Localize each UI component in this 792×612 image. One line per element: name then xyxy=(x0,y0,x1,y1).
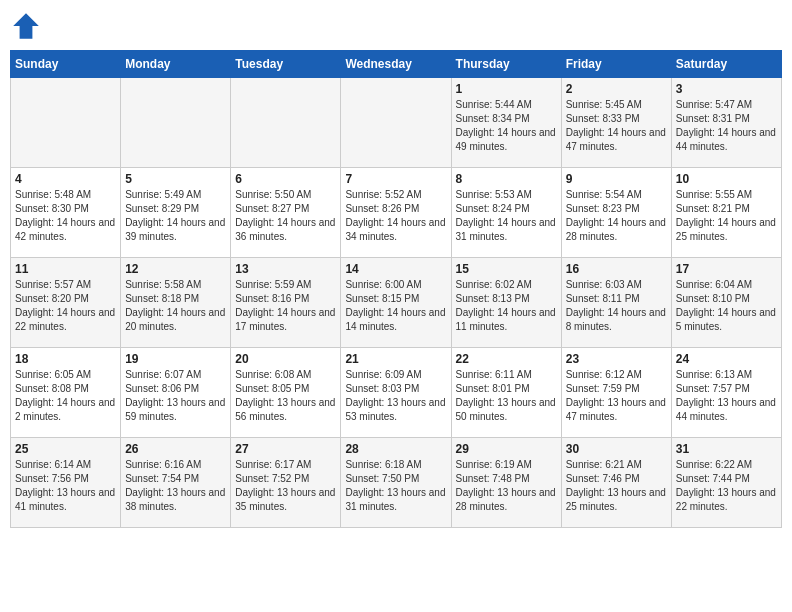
calendar-cell: 5Sunrise: 5:49 AM Sunset: 8:29 PM Daylig… xyxy=(121,168,231,258)
calendar-cell: 21Sunrise: 6:09 AM Sunset: 8:03 PM Dayli… xyxy=(341,348,451,438)
day-number: 24 xyxy=(676,352,777,366)
calendar-cell: 13Sunrise: 5:59 AM Sunset: 8:16 PM Dayli… xyxy=(231,258,341,348)
day-number: 13 xyxy=(235,262,336,276)
day-number: 25 xyxy=(15,442,116,456)
calendar-cell: 23Sunrise: 6:12 AM Sunset: 7:59 PM Dayli… xyxy=(561,348,671,438)
day-info: Sunrise: 5:57 AM Sunset: 8:20 PM Dayligh… xyxy=(15,278,116,334)
calendar-cell: 12Sunrise: 5:58 AM Sunset: 8:18 PM Dayli… xyxy=(121,258,231,348)
calendar-cell: 26Sunrise: 6:16 AM Sunset: 7:54 PM Dayli… xyxy=(121,438,231,528)
day-info: Sunrise: 5:50 AM Sunset: 8:27 PM Dayligh… xyxy=(235,188,336,244)
day-info: Sunrise: 6:02 AM Sunset: 8:13 PM Dayligh… xyxy=(456,278,557,334)
day-info: Sunrise: 6:11 AM Sunset: 8:01 PM Dayligh… xyxy=(456,368,557,424)
calendar-cell: 16Sunrise: 6:03 AM Sunset: 8:11 PM Dayli… xyxy=(561,258,671,348)
day-info: Sunrise: 6:04 AM Sunset: 8:10 PM Dayligh… xyxy=(676,278,777,334)
day-info: Sunrise: 5:45 AM Sunset: 8:33 PM Dayligh… xyxy=(566,98,667,154)
day-number: 5 xyxy=(125,172,226,186)
day-info: Sunrise: 6:18 AM Sunset: 7:50 PM Dayligh… xyxy=(345,458,446,514)
day-number: 28 xyxy=(345,442,446,456)
calendar-cell: 28Sunrise: 6:18 AM Sunset: 7:50 PM Dayli… xyxy=(341,438,451,528)
day-number: 22 xyxy=(456,352,557,366)
calendar-cell xyxy=(231,78,341,168)
day-info: Sunrise: 6:22 AM Sunset: 7:44 PM Dayligh… xyxy=(676,458,777,514)
calendar-cell: 30Sunrise: 6:21 AM Sunset: 7:46 PM Dayli… xyxy=(561,438,671,528)
calendar-cell: 15Sunrise: 6:02 AM Sunset: 8:13 PM Dayli… xyxy=(451,258,561,348)
calendar-cell: 6Sunrise: 5:50 AM Sunset: 8:27 PM Daylig… xyxy=(231,168,341,258)
calendar-cell xyxy=(11,78,121,168)
day-header-saturday: Saturday xyxy=(671,51,781,78)
day-header-thursday: Thursday xyxy=(451,51,561,78)
calendar-cell: 11Sunrise: 5:57 AM Sunset: 8:20 PM Dayli… xyxy=(11,258,121,348)
day-number: 19 xyxy=(125,352,226,366)
day-number: 30 xyxy=(566,442,667,456)
calendar-cell: 17Sunrise: 6:04 AM Sunset: 8:10 PM Dayli… xyxy=(671,258,781,348)
day-info: Sunrise: 5:58 AM Sunset: 8:18 PM Dayligh… xyxy=(125,278,226,334)
calendar-cell: 18Sunrise: 6:05 AM Sunset: 8:08 PM Dayli… xyxy=(11,348,121,438)
calendar-cell: 31Sunrise: 6:22 AM Sunset: 7:44 PM Dayli… xyxy=(671,438,781,528)
calendar-cell: 29Sunrise: 6:19 AM Sunset: 7:48 PM Dayli… xyxy=(451,438,561,528)
day-number: 14 xyxy=(345,262,446,276)
header-row: SundayMondayTuesdayWednesdayThursdayFrid… xyxy=(11,51,782,78)
day-info: Sunrise: 6:13 AM Sunset: 7:57 PM Dayligh… xyxy=(676,368,777,424)
day-info: Sunrise: 6:17 AM Sunset: 7:52 PM Dayligh… xyxy=(235,458,336,514)
day-number: 21 xyxy=(345,352,446,366)
calendar-cell xyxy=(121,78,231,168)
day-info: Sunrise: 6:09 AM Sunset: 8:03 PM Dayligh… xyxy=(345,368,446,424)
day-number: 7 xyxy=(345,172,446,186)
day-info: Sunrise: 5:47 AM Sunset: 8:31 PM Dayligh… xyxy=(676,98,777,154)
day-info: Sunrise: 5:52 AM Sunset: 8:26 PM Dayligh… xyxy=(345,188,446,244)
day-number: 1 xyxy=(456,82,557,96)
day-info: Sunrise: 6:21 AM Sunset: 7:46 PM Dayligh… xyxy=(566,458,667,514)
day-number: 9 xyxy=(566,172,667,186)
calendar-table: SundayMondayTuesdayWednesdayThursdayFrid… xyxy=(10,50,782,528)
day-number: 6 xyxy=(235,172,336,186)
week-row-3: 11Sunrise: 5:57 AM Sunset: 8:20 PM Dayli… xyxy=(11,258,782,348)
day-number: 27 xyxy=(235,442,336,456)
day-number: 2 xyxy=(566,82,667,96)
calendar-cell xyxy=(341,78,451,168)
day-header-tuesday: Tuesday xyxy=(231,51,341,78)
day-number: 12 xyxy=(125,262,226,276)
day-info: Sunrise: 6:03 AM Sunset: 8:11 PM Dayligh… xyxy=(566,278,667,334)
day-header-wednesday: Wednesday xyxy=(341,51,451,78)
logo-icon xyxy=(10,10,42,42)
day-header-monday: Monday xyxy=(121,51,231,78)
day-info: Sunrise: 5:49 AM Sunset: 8:29 PM Dayligh… xyxy=(125,188,226,244)
day-number: 29 xyxy=(456,442,557,456)
svg-marker-0 xyxy=(13,13,39,39)
day-info: Sunrise: 6:08 AM Sunset: 8:05 PM Dayligh… xyxy=(235,368,336,424)
week-row-5: 25Sunrise: 6:14 AM Sunset: 7:56 PM Dayli… xyxy=(11,438,782,528)
calendar-cell: 10Sunrise: 5:55 AM Sunset: 8:21 PM Dayli… xyxy=(671,168,781,258)
week-row-2: 4Sunrise: 5:48 AM Sunset: 8:30 PM Daylig… xyxy=(11,168,782,258)
calendar-cell: 3Sunrise: 5:47 AM Sunset: 8:31 PM Daylig… xyxy=(671,78,781,168)
day-number: 23 xyxy=(566,352,667,366)
calendar-cell: 9Sunrise: 5:54 AM Sunset: 8:23 PM Daylig… xyxy=(561,168,671,258)
day-header-friday: Friday xyxy=(561,51,671,78)
calendar-cell: 4Sunrise: 5:48 AM Sunset: 8:30 PM Daylig… xyxy=(11,168,121,258)
day-number: 10 xyxy=(676,172,777,186)
calendar-cell: 22Sunrise: 6:11 AM Sunset: 8:01 PM Dayli… xyxy=(451,348,561,438)
day-info: Sunrise: 5:54 AM Sunset: 8:23 PM Dayligh… xyxy=(566,188,667,244)
day-number: 4 xyxy=(15,172,116,186)
day-info: Sunrise: 6:19 AM Sunset: 7:48 PM Dayligh… xyxy=(456,458,557,514)
day-number: 8 xyxy=(456,172,557,186)
day-info: Sunrise: 5:55 AM Sunset: 8:21 PM Dayligh… xyxy=(676,188,777,244)
day-number: 17 xyxy=(676,262,777,276)
day-info: Sunrise: 5:59 AM Sunset: 8:16 PM Dayligh… xyxy=(235,278,336,334)
day-info: Sunrise: 6:05 AM Sunset: 8:08 PM Dayligh… xyxy=(15,368,116,424)
calendar-cell: 27Sunrise: 6:17 AM Sunset: 7:52 PM Dayli… xyxy=(231,438,341,528)
day-info: Sunrise: 6:16 AM Sunset: 7:54 PM Dayligh… xyxy=(125,458,226,514)
day-number: 3 xyxy=(676,82,777,96)
calendar-cell: 14Sunrise: 6:00 AM Sunset: 8:15 PM Dayli… xyxy=(341,258,451,348)
day-number: 31 xyxy=(676,442,777,456)
calendar-cell: 24Sunrise: 6:13 AM Sunset: 7:57 PM Dayli… xyxy=(671,348,781,438)
day-number: 18 xyxy=(15,352,116,366)
day-info: Sunrise: 5:53 AM Sunset: 8:24 PM Dayligh… xyxy=(456,188,557,244)
day-info: Sunrise: 6:14 AM Sunset: 7:56 PM Dayligh… xyxy=(15,458,116,514)
calendar-cell: 25Sunrise: 6:14 AM Sunset: 7:56 PM Dayli… xyxy=(11,438,121,528)
day-info: Sunrise: 5:48 AM Sunset: 8:30 PM Dayligh… xyxy=(15,188,116,244)
calendar-cell: 2Sunrise: 5:45 AM Sunset: 8:33 PM Daylig… xyxy=(561,78,671,168)
day-number: 15 xyxy=(456,262,557,276)
day-number: 20 xyxy=(235,352,336,366)
day-info: Sunrise: 5:44 AM Sunset: 8:34 PM Dayligh… xyxy=(456,98,557,154)
day-number: 11 xyxy=(15,262,116,276)
